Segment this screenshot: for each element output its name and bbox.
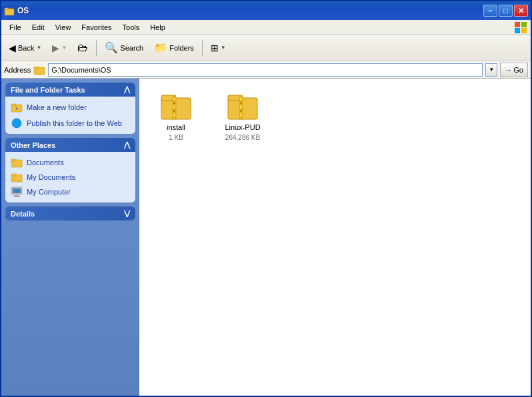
computer-icon: [11, 187, 23, 197]
install-icon: [160, 89, 192, 121]
file-folder-tasks-section: File and Folder Tasks + Make a new folde…: [5, 83, 135, 134]
svg-rect-19: [15, 195, 19, 197]
details-chevron: [124, 209, 130, 218]
toolbar-separator-2: [202, 40, 203, 56]
menu-view[interactable]: View: [50, 22, 77, 33]
restore-button[interactable]: □: [499, 5, 513, 17]
new-folder-icon: +: [11, 102, 23, 113]
back-label: Back: [18, 44, 34, 52]
file-item[interactable]: install 1 KB: [146, 85, 206, 145]
go-label: Go: [513, 66, 523, 74]
menu-bar: File Edit View Favorites Tools Help: [1, 20, 531, 35]
go-button[interactable]: → Go: [500, 63, 528, 77]
file-folder-tasks-content: + Make a new folder 🌐 Publish this f: [5, 97, 135, 134]
toolbar-separator-1: [96, 40, 97, 56]
menu-favorites[interactable]: Favorites: [76, 22, 117, 33]
up-icon: 🗁: [77, 42, 88, 54]
install-name: install: [167, 123, 185, 131]
main-content: File and Folder Tasks + Make a new folde…: [1, 79, 531, 396]
search-icon: 🔍: [105, 41, 118, 54]
svg-text:🌐: 🌐: [13, 119, 21, 128]
views-button[interactable]: ⊞ ▼: [206, 37, 231, 59]
forward-dropdown-arrow: ▼: [61, 45, 67, 51]
svg-rect-3: [521, 22, 527, 27]
up-button[interactable]: 🗁: [73, 37, 93, 59]
svg-rect-20: [13, 197, 20, 197]
menu-file[interactable]: File: [4, 22, 27, 33]
details-header[interactable]: Details: [5, 206, 135, 220]
menu-help[interactable]: Help: [145, 22, 171, 33]
views-icon: ⊞: [211, 43, 219, 53]
close-button[interactable]: ✕: [514, 5, 528, 17]
search-label: Search: [120, 44, 143, 52]
documents-label: Documents: [27, 159, 64, 167]
file-area: install 1 KB: [139, 79, 531, 396]
svg-rect-28: [173, 114, 175, 116]
my-computer-link[interactable]: My Computer: [11, 185, 130, 198]
toolbar: ◀ Back ▼ ▶ ▼ 🗁 🔍 Search 📁 Folders ⊞ ▼: [1, 35, 531, 61]
go-arrow-icon: →: [505, 66, 512, 74]
svg-rect-33: [240, 102, 242, 104]
svg-rect-2: [515, 22, 520, 27]
file-item[interactable]: Linux-PUD 264,286 KB: [213, 85, 273, 145]
svg-rect-25: [173, 102, 175, 104]
other-places-title: Other Places: [11, 141, 55, 149]
other-places-section: Other Places Documents: [5, 138, 135, 202]
window-title: OS: [17, 6, 483, 15]
views-dropdown-arrow: ▼: [221, 45, 226, 51]
svg-text:+: +: [15, 106, 19, 112]
linux-pud-icon: [227, 89, 259, 121]
documents-link[interactable]: Documents: [11, 156, 130, 169]
details-section: Details: [5, 206, 135, 220]
my-documents-icon: [11, 172, 23, 183]
window: OS − □ ✕ File Edit View Favorites Tools …: [0, 0, 532, 397]
menu-edit[interactable]: Edit: [27, 22, 50, 33]
address-label: Address: [4, 66, 31, 74]
publish-folder-link[interactable]: 🌐 Publish this folder to the Web: [11, 117, 130, 130]
back-icon: ◀: [9, 43, 16, 53]
svg-rect-7: [34, 67, 39, 69]
forward-icon: ▶: [52, 43, 59, 53]
my-documents-label: My Documents: [27, 173, 75, 181]
address-input[interactable]: [48, 63, 483, 77]
publish-folder-label: Publish this folder to the Web: [27, 119, 122, 127]
documents-folder-icon: [11, 157, 23, 168]
svg-rect-4: [515, 28, 520, 33]
linux-pud-name: Linux-PUD: [225, 123, 260, 131]
window-controls: − □ ✕: [483, 5, 528, 17]
address-folder-icon: [33, 65, 45, 75]
svg-rect-35: [240, 110, 242, 112]
my-documents-link[interactable]: My Documents: [11, 171, 130, 184]
address-dropdown[interactable]: ▼: [485, 63, 497, 77]
minimize-button[interactable]: −: [483, 5, 497, 17]
svg-rect-24: [173, 98, 175, 100]
svg-rect-34: [240, 106, 242, 108]
search-button[interactable]: 🔍 Search: [100, 37, 148, 59]
linux-pud-size: 264,286 KB: [225, 134, 260, 141]
my-computer-label: My Computer: [27, 188, 71, 196]
sidebar: File and Folder Tasks + Make a new folde…: [1, 79, 139, 396]
publish-icon: 🌐: [11, 118, 23, 129]
folders-button[interactable]: 📁 Folders: [149, 37, 199, 59]
back-button[interactable]: ◀ Back ▼: [4, 37, 46, 59]
other-places-header[interactable]: Other Places: [5, 138, 135, 152]
file-folder-tasks-chevron: [124, 85, 130, 94]
svg-rect-18: [13, 189, 21, 193]
svg-rect-27: [173, 110, 175, 112]
menu-tools[interactable]: Tools: [117, 22, 145, 33]
svg-rect-26: [173, 106, 175, 108]
install-size: 1 KB: [169, 134, 183, 141]
svg-rect-1: [5, 8, 9, 10]
details-title: Details: [11, 210, 35, 218]
window-icon: [4, 5, 15, 16]
file-folder-tasks-title: File and Folder Tasks: [11, 86, 85, 94]
forward-button[interactable]: ▶ ▼: [47, 37, 71, 59]
title-bar: OS − □ ✕: [1, 1, 531, 20]
file-folder-tasks-header[interactable]: File and Folder Tasks: [5, 83, 135, 97]
address-bar: Address ▼ → Go: [1, 61, 531, 79]
other-places-content: Documents My Documents: [5, 152, 135, 202]
svg-rect-32: [240, 98, 242, 100]
folders-label: Folders: [169, 44, 194, 52]
make-new-folder-link[interactable]: + Make a new folder: [11, 101, 130, 114]
svg-rect-16: [11, 174, 16, 176]
